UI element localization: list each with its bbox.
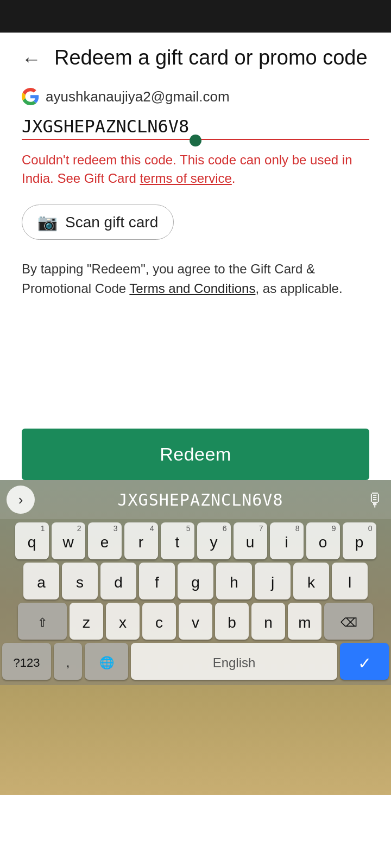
numeric-key[interactable]: ?123 — [2, 643, 51, 680]
key-y[interactable]: 6y — [197, 522, 231, 559]
on-screen-keyboard: › JXGSHEPAZNCLN6V8 🎙 1q 2w 3e 4r 5t 6y 7… — [0, 480, 391, 685]
key-rows: 1q 2w 3e 4r 5t 6y 7u 8i 9o 0p a s d f g … — [0, 519, 391, 685]
redeem-button[interactable]: Redeem — [22, 429, 369, 480]
space-key[interactable]: English — [131, 643, 337, 680]
key-o[interactable]: 9o — [306, 522, 340, 559]
key-k[interactable]: k — [293, 563, 329, 599]
terms-text: By tapping "Redeem", you agree to the Gi… — [22, 259, 369, 298]
camera-icon: 📷 — [37, 213, 58, 232]
keyboard-area: › JXGSHEPAZNCLN6V8 🎙 1q 2w 3e 4r 5t 6y 7… — [0, 480, 391, 685]
key-v[interactable]: v — [179, 603, 212, 640]
page-title: Redeem a gift card or promo code — [54, 46, 368, 71]
terms-link-1[interactable]: terms of service — [140, 171, 231, 186]
header: ← Redeem a gift card or promo code — [22, 46, 369, 71]
key-f[interactable]: f — [139, 563, 175, 599]
suggestion-bar: › JXGSHEPAZNCLN6V8 🎙 — [0, 480, 391, 519]
key-z[interactable]: z — [70, 603, 103, 640]
key-b[interactable]: b — [215, 603, 249, 640]
account-row: ayushkanaujiya2@gmail.com — [22, 88, 369, 105]
key-l[interactable]: l — [332, 563, 368, 599]
status-bar — [0, 0, 391, 33]
key-x[interactable]: x — [106, 603, 140, 640]
key-u[interactable]: 7u — [234, 522, 267, 559]
key-r[interactable]: 4r — [124, 522, 158, 559]
key-c[interactable]: c — [142, 603, 176, 640]
key-row-3: ⇧ z x c v b n m ⌫ — [2, 603, 389, 640]
back-button[interactable]: ← — [22, 48, 41, 71]
scan-gift-card-button[interactable]: 📷 Scan gift card — [22, 205, 174, 240]
checkmark-key[interactable]: ✓ — [340, 643, 389, 680]
shift-key[interactable]: ⇧ — [18, 603, 67, 640]
key-m[interactable]: m — [288, 603, 321, 640]
key-q[interactable]: 1q — [15, 522, 49, 559]
key-s[interactable]: s — [62, 563, 98, 599]
key-e[interactable]: 3e — [88, 522, 122, 559]
key-i[interactable]: 8i — [270, 522, 304, 559]
error-text-end: . — [232, 171, 236, 186]
key-a[interactable]: a — [23, 563, 59, 599]
error-message: Couldn't redeem this code. This code can… — [22, 151, 369, 187]
key-row-2: a s d f g h j k l — [2, 563, 389, 599]
suggestion-expand-button[interactable]: › — [7, 486, 35, 514]
terms-and-conditions-link[interactable]: Terms and Conditions — [129, 281, 255, 296]
main-content: ← Redeem a gift card or promo code ayush… — [0, 33, 391, 429]
backspace-key[interactable]: ⌫ — [324, 603, 373, 640]
terms-after: , as applicable. — [255, 281, 342, 296]
key-p[interactable]: 0p — [343, 522, 376, 559]
google-logo — [22, 88, 39, 105]
key-g[interactable]: g — [178, 563, 213, 599]
code-input-wrapper — [22, 114, 369, 140]
key-h[interactable]: h — [216, 563, 252, 599]
key-j[interactable]: j — [255, 563, 291, 599]
cursor-dot — [190, 135, 201, 146]
key-d[interactable]: d — [100, 563, 136, 599]
comma-key[interactable]: , — [54, 643, 82, 680]
key-n[interactable]: n — [251, 603, 285, 640]
key-t[interactable]: 5t — [161, 522, 194, 559]
account-email: ayushkanaujiya2@gmail.com — [46, 88, 230, 105]
key-row-bottom: ?123 , 🌐 English ✓ — [2, 643, 389, 680]
suggestion-text: JXGSHEPAZNCLN6V8 — [35, 490, 366, 509]
key-row-1: 1q 2w 3e 4r 5t 6y 7u 8i 9o 0p — [2, 522, 389, 559]
mic-icon[interactable]: 🎙 — [366, 489, 384, 510]
globe-key[interactable]: 🌐 — [85, 643, 128, 680]
spacer — [22, 320, 369, 429]
key-w[interactable]: 2w — [52, 522, 85, 559]
scan-button-label: Scan gift card — [65, 214, 158, 231]
